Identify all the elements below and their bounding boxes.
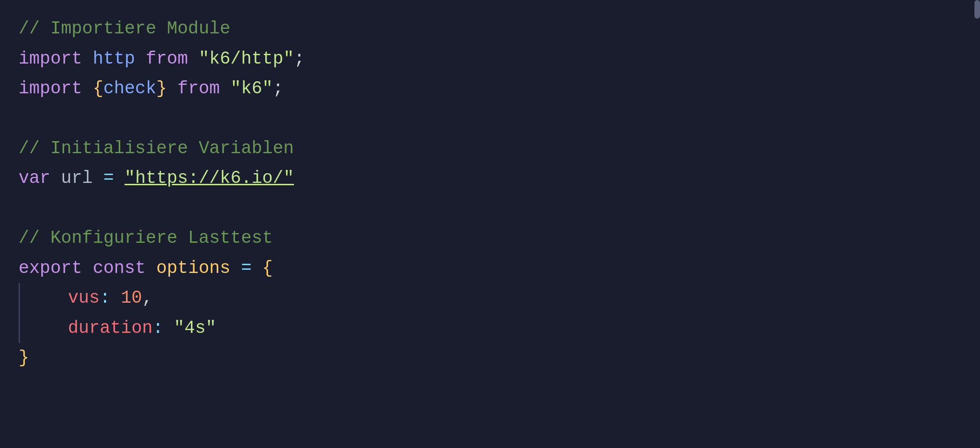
token: url — [61, 163, 92, 194]
token — [167, 74, 177, 104]
token — [230, 253, 241, 284]
empty-line — [19, 433, 961, 448]
code-editor: // Importiere Moduleimport http from "k6… — [0, 0, 980, 448]
token: from — [146, 44, 188, 74]
comment-text: // Importiere Module — [19, 14, 230, 44]
token: = — [241, 253, 252, 284]
empty-line — [19, 194, 961, 223]
token: , — [142, 283, 153, 313]
token — [114, 163, 124, 194]
code-line-comment: // Initialisiere Variablen — [19, 134, 961, 164]
token: vus — [68, 283, 99, 313]
token: ; — [294, 44, 305, 74]
token — [146, 253, 157, 284]
code-line: vus: 10, — [19, 283, 961, 313]
code-line: duration: "4s" — [19, 313, 961, 344]
token — [82, 253, 93, 284]
empty-line — [19, 403, 961, 433]
token — [93, 163, 104, 194]
token — [252, 253, 262, 284]
token: "k6" — [230, 74, 273, 104]
token: } — [156, 74, 167, 104]
token — [220, 74, 230, 104]
token — [135, 44, 146, 74]
token: options — [156, 253, 230, 284]
token: { — [262, 253, 273, 284]
code-line: import {check} from "k6"; — [19, 74, 961, 104]
comment-text: // Konfiguriere Lasttest — [19, 223, 273, 253]
code-line: var url = "https://k6.io/" — [19, 163, 961, 194]
token: : — [153, 313, 163, 344]
code-line: } — [19, 343, 961, 373]
token: 10 — [121, 283, 142, 313]
token: from — [177, 74, 220, 104]
token: var — [19, 163, 50, 194]
token: { — [93, 74, 104, 104]
token: export — [19, 253, 82, 284]
empty-line — [19, 373, 961, 403]
token — [82, 74, 93, 104]
code-line-comment: // Importiere Module — [19, 14, 961, 44]
token — [82, 44, 93, 74]
token: import — [19, 44, 82, 74]
empty-line — [19, 104, 961, 134]
token: "4s" — [174, 313, 216, 344]
token — [110, 283, 121, 313]
token: duration — [68, 313, 152, 344]
token: = — [103, 163, 114, 194]
token: } — [19, 343, 29, 373]
comment-text: // Initialisiere Variablen — [19, 134, 294, 164]
code-container: // Importiere Moduleimport http from "k6… — [19, 14, 961, 448]
scrollbar[interactable] — [974, 0, 980, 19]
code-line: export const options = { — [19, 253, 961, 284]
code-line: import http from "k6/http"; — [19, 44, 961, 74]
token: http — [93, 44, 135, 74]
token: import — [19, 74, 82, 104]
token — [188, 44, 199, 74]
token: : — [100, 283, 111, 313]
token: "k6/http" — [199, 44, 294, 74]
token: const — [93, 253, 146, 284]
code-line-comment: // Konfiguriere Lasttest — [19, 223, 961, 253]
token: ; — [273, 74, 283, 104]
token — [50, 163, 61, 194]
token: "https://k6.io/" — [124, 163, 294, 194]
token: check — [103, 74, 156, 104]
token — [163, 313, 174, 344]
